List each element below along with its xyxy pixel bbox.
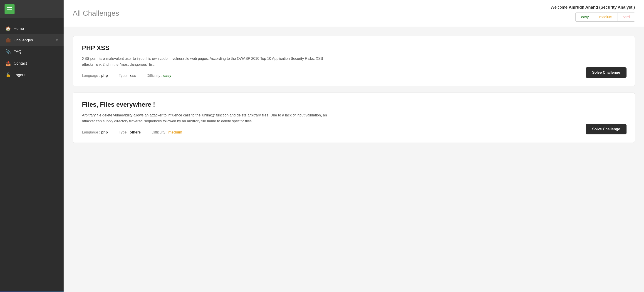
sidebar-item-faq[interactable]: 📎 FAQ <box>0 46 64 58</box>
difficulty-value-files-everywhere: medium <box>168 130 182 134</box>
logout-icon: 🔓 <box>6 72 10 78</box>
type-label-php-xss: Type : <box>119 74 129 78</box>
meta-type-files-everywhere: Type : others <box>119 130 141 134</box>
type-label-files-everywhere: Type : <box>119 130 129 134</box>
sidebar-item-home[interactable]: 🏠 Home <box>0 23 64 34</box>
page-title: All Challenges <box>73 9 119 18</box>
chevron-down-icon: ∨ <box>56 38 58 42</box>
challenge-meta-files-everywhere: Language : php Type : others Difficulty … <box>82 130 626 134</box>
language-label-php-xss: Language : <box>82 74 100 78</box>
challenge-meta-php-xss: Language : php Type : xss Difficulty : e… <box>82 74 626 78</box>
welcome-text: Welcome Anirudh Anand (Security Analyst … <box>551 5 635 10</box>
content-area: PHP XSS XSS permits a malevolent user to… <box>64 27 644 292</box>
filter-buttons: easy medium hard <box>576 13 635 22</box>
faq-icon: 📎 <box>6 49 10 54</box>
challenge-card-files-everywhere: Files, Files everywhere ! Arbitrary file… <box>73 93 635 143</box>
solve-challenge-php-xss-button[interactable]: Solve Challenge <box>586 67 626 78</box>
hamburger-line-2 <box>7 9 12 10</box>
meta-language-files-everywhere: Language : php <box>82 130 108 134</box>
sidebar-item-faq-label: FAQ <box>14 50 58 54</box>
home-icon: 🏠 <box>6 26 10 31</box>
sidebar-item-challenges[interactable]: 💼 Challenges ∨ <box>0 34 64 46</box>
sidebar-item-challenges-label: Challenges <box>14 38 53 43</box>
contact-icon: 📤 <box>6 61 10 66</box>
language-value-files-everywhere: php <box>101 130 108 134</box>
sidebar-item-logout[interactable]: 🔓 Logout <box>0 69 64 81</box>
language-value-php-xss: php <box>101 74 108 78</box>
challenge-desc-php-xss: XSS permits a malevolent user to inject … <box>82 56 332 67</box>
sidebar-item-home-label: Home <box>14 26 58 31</box>
type-value-php-xss: xss <box>130 74 136 78</box>
challenge-desc-files-everywhere: Arbitrary file delete vulnerability allo… <box>82 112 332 124</box>
challenge-title-php-xss: PHP XSS <box>82 44 626 52</box>
filter-hard-button[interactable]: hard <box>618 13 635 21</box>
sidebar-item-contact[interactable]: 📤 Contact <box>0 58 64 69</box>
hamburger-line-3 <box>7 11 12 11</box>
sidebar: 🏠 Home 💼 Challenges ∨ 📎 FAQ 📤 Contact 🔓 … <box>0 0 64 292</box>
difficulty-label-php-xss: Difficulty : <box>147 74 162 78</box>
welcome-user: Anirudh Anand (Security Analyst ) <box>568 5 635 10</box>
top-header: All Challenges Welcome Anirudh Anand (Se… <box>64 0 644 27</box>
type-value-files-everywhere: others <box>130 130 141 134</box>
filter-medium-button[interactable]: medium <box>594 13 618 21</box>
header-right: Welcome Anirudh Anand (Security Analyst … <box>551 5 635 22</box>
sidebar-nav: 🏠 Home 💼 Challenges ∨ 📎 FAQ 📤 Contact 🔓 … <box>0 18 64 291</box>
language-label-files-everywhere: Language : <box>82 130 100 134</box>
sidebar-item-logout-label: Logout <box>14 73 58 77</box>
challenge-card-php-xss: PHP XSS XSS permits a malevolent user to… <box>73 36 635 86</box>
meta-language-php-xss: Language : php <box>82 74 108 78</box>
meta-difficulty-php-xss: Difficulty : easy <box>147 74 172 78</box>
difficulty-label-files-everywhere: Difficulty : <box>152 130 167 134</box>
difficulty-value-php-xss: easy <box>163 74 172 78</box>
main-content: All Challenges Welcome Anirudh Anand (Se… <box>64 0 644 292</box>
sidebar-item-contact-label: Contact <box>14 61 58 66</box>
sidebar-header <box>0 0 64 18</box>
meta-difficulty-files-everywhere: Difficulty : medium <box>152 130 182 134</box>
challenges-icon: 💼 <box>6 38 10 43</box>
hamburger-button[interactable] <box>4 4 14 14</box>
welcome-prefix: Welcome <box>551 5 569 10</box>
solve-challenge-files-everywhere-button[interactable]: Solve Challenge <box>586 124 626 134</box>
filter-easy-button[interactable]: easy <box>576 13 594 21</box>
challenge-title-files-everywhere: Files, Files everywhere ! <box>82 101 626 108</box>
meta-type-php-xss: Type : xss <box>119 74 136 78</box>
hamburger-line-1 <box>7 7 12 8</box>
